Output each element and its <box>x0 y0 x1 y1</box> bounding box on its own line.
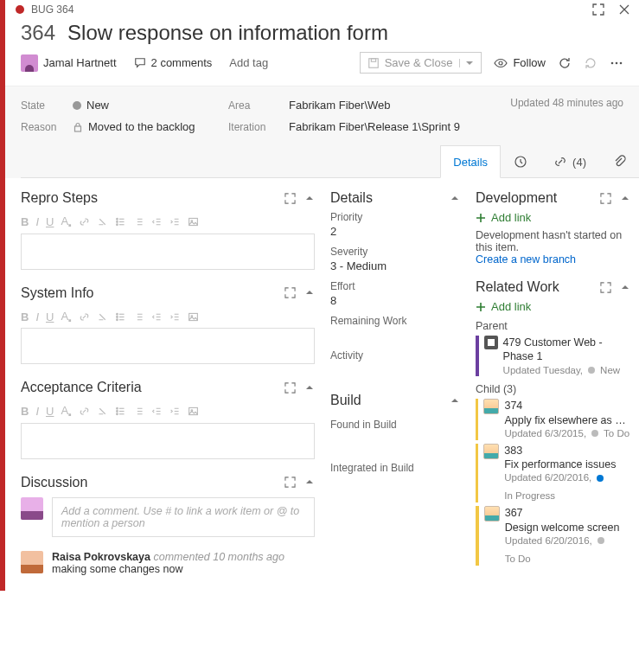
collapse-chevron-icon[interactable] <box>304 477 315 488</box>
expand-icon[interactable] <box>284 477 296 488</box>
remaining-work-field[interactable] <box>330 329 460 342</box>
priority-field[interactable]: 2 <box>330 225 460 239</box>
iteration-field[interactable]: Fabrikam Fiber\Release 1\Sprint 9 <box>289 120 639 133</box>
expand-icon[interactable] <box>284 382 296 394</box>
collapse-chevron-icon[interactable] <box>620 282 630 293</box>
bold-icon[interactable]: B <box>21 310 29 323</box>
acceptance-criteria-label: Acceptance Criteria <box>21 380 142 395</box>
font-color-icon[interactable]: A▪ <box>61 310 72 325</box>
bold-icon[interactable]: B <box>21 215 29 228</box>
child-section-label: Child (3) <box>476 383 630 395</box>
more-actions-button[interactable] <box>610 56 623 70</box>
follow-button[interactable]: Follow <box>494 56 546 70</box>
clear-format-icon[interactable] <box>97 406 108 417</box>
fullscreen-icon[interactable] <box>592 3 604 16</box>
collapse-chevron-icon[interactable] <box>304 287 315 298</box>
collapse-chevron-icon[interactable] <box>450 395 460 406</box>
reason-field[interactable]: Moved to the backlog <box>73 120 228 133</box>
outdent-icon[interactable] <box>151 311 163 323</box>
collapse-chevron-icon[interactable] <box>450 193 460 203</box>
assigned-to[interactable]: Jamal Hartnett <box>21 54 117 72</box>
repro-steps-editor[interactable] <box>21 234 315 270</box>
outdent-icon[interactable] <box>151 406 163 417</box>
add-tag-button[interactable]: Add tag <box>229 56 268 69</box>
image-tool-icon[interactable] <box>188 216 199 227</box>
dev-add-link-button[interactable]: Add link <box>476 211 630 224</box>
tabs-bar: Details (4) <box>21 145 639 178</box>
expand-icon[interactable] <box>600 282 611 293</box>
numbered-list-icon[interactable] <box>133 406 144 417</box>
image-tool-icon[interactable] <box>188 311 199 323</box>
outdent-icon[interactable] <box>151 216 163 227</box>
expand-icon[interactable] <box>600 193 611 204</box>
refresh-button[interactable] <box>558 56 572 70</box>
underline-icon[interactable]: U <box>46 310 54 323</box>
svg-point-5 <box>616 61 618 64</box>
repro-steps-toolbar[interactable]: B I U A▪ <box>21 211 315 234</box>
expand-icon[interactable] <box>284 193 296 204</box>
expand-icon[interactable] <box>284 287 296 298</box>
indent-icon[interactable] <box>169 216 181 227</box>
underline-icon[interactable]: U <box>46 405 54 418</box>
image-tool-icon[interactable] <box>188 406 199 417</box>
state-field[interactable]: New <box>73 99 228 112</box>
bold-icon[interactable]: B <box>21 405 29 418</box>
link-tool-icon[interactable] <box>79 311 90 323</box>
work-item-title[interactable]: Slow response on information form <box>67 21 388 45</box>
tab-details[interactable]: Details <box>440 145 501 178</box>
history-icon <box>514 155 527 169</box>
underline-icon[interactable]: U <box>46 215 54 228</box>
found-in-build-field[interactable] <box>330 432 460 446</box>
link-icon <box>553 155 567 169</box>
related-add-link-button[interactable]: Add link <box>476 300 630 313</box>
collapse-chevron-icon[interactable] <box>620 193 630 204</box>
parent-work-item[interactable]: 479 Customer Web - Phase 1 Updated Tuesd… <box>476 336 630 376</box>
collapse-chevron-icon[interactable] <box>304 193 315 204</box>
child-id: 374 <box>504 400 522 412</box>
activity-field[interactable] <box>330 363 460 377</box>
svg-rect-22 <box>189 408 198 415</box>
acceptance-toolbar[interactable]: B I U A▪ <box>21 400 315 423</box>
bulleted-list-icon[interactable] <box>115 406 126 417</box>
close-icon[interactable] <box>618 3 630 16</box>
italic-icon[interactable]: I <box>35 405 39 418</box>
child-work-item[interactable]: 374 Apply fix elsewhere as n…Updated 6/3… <box>476 399 630 439</box>
italic-icon[interactable]: I <box>35 215 39 228</box>
create-branch-link[interactable]: Create a new branch <box>476 253 630 266</box>
child-title: Fix performance issues <box>504 458 616 471</box>
link-tool-icon[interactable] <box>79 216 90 227</box>
work-item-type-color <box>476 336 479 376</box>
acceptance-editor[interactable] <box>21 423 315 459</box>
system-info-editor[interactable] <box>21 328 315 364</box>
italic-icon[interactable]: I <box>35 310 39 323</box>
tab-history[interactable] <box>501 145 540 177</box>
severity-field[interactable]: 3 - Medium <box>330 259 460 273</box>
save-split-chevron[interactable] <box>459 59 474 67</box>
system-info-label: System Info <box>21 285 93 301</box>
collapse-chevron-icon[interactable] <box>304 382 315 394</box>
bulleted-list-icon[interactable] <box>115 216 126 227</box>
plus-icon <box>476 302 486 312</box>
bug-icon <box>14 3 26 16</box>
integrated-in-build-field[interactable] <box>330 476 460 490</box>
indent-icon[interactable] <box>169 311 181 323</box>
clear-format-icon[interactable] <box>97 216 108 227</box>
bulleted-list-icon[interactable] <box>115 311 126 323</box>
numbered-list-icon[interactable] <box>133 311 144 323</box>
system-info-toolbar[interactable]: B I U A▪ <box>21 306 315 329</box>
comments-link[interactable]: 2 comments <box>134 56 213 69</box>
numbered-list-icon[interactable] <box>133 216 144 227</box>
comment-input[interactable]: Add a comment. Use # to link a work item… <box>52 497 315 537</box>
tab-links[interactable]: (4) <box>540 145 599 177</box>
tab-attachments[interactable] <box>599 145 639 177</box>
font-color-icon[interactable]: A▪ <box>61 214 72 230</box>
undo-button[interactable] <box>584 56 597 70</box>
effort-field[interactable]: 8 <box>330 294 460 308</box>
clear-format-icon[interactable] <box>97 311 108 323</box>
indent-icon[interactable] <box>169 406 181 417</box>
font-color-icon[interactable]: A▪ <box>61 404 72 419</box>
child-work-item[interactable]: 383 Fix performance issuesUpdated 6/20/2… <box>476 444 630 502</box>
child-work-item[interactable]: 367 Design welcome screenUpdated 6/20/20… <box>476 506 630 565</box>
left-column: Repro Steps B I U A▪ System Info <box>21 190 315 575</box>
link-tool-icon[interactable] <box>79 406 90 417</box>
